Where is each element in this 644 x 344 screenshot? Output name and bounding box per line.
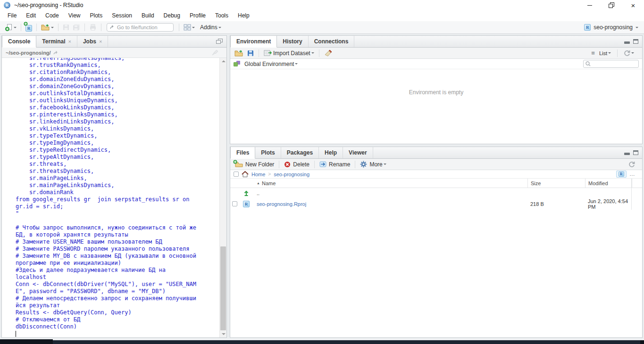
tab-plots[interactable]: Plots xyxy=(255,147,281,158)
workspace: Console Terminal× Jobs× ~/seo-prognosing… xyxy=(0,34,644,344)
new-file-button[interactable] xyxy=(4,23,17,32)
parent-directory-row[interactable]: .. xyxy=(230,188,642,198)
clear-console-icon[interactable] xyxy=(211,49,219,56)
console-line: # Замените USER_NAME вашим пользователем… xyxy=(16,238,219,246)
save-workspace-button[interactable] xyxy=(246,49,255,57)
more-actions-button[interactable]: More xyxy=(359,160,387,168)
view-mode-button[interactable]: List xyxy=(598,50,612,57)
menu-item[interactable]: Profile xyxy=(185,10,210,21)
clear-environment-button[interactable] xyxy=(323,49,333,57)
breadcrumb-current-folder[interactable]: seo-prognosing xyxy=(274,172,309,177)
import-dataset-label: Import Dataset xyxy=(273,50,310,57)
tab-history-label: History xyxy=(283,38,302,45)
tab-viewer[interactable]: Viewer xyxy=(343,147,373,158)
tab-console[interactable]: Console xyxy=(2,36,36,48)
menu-item[interactable]: Tools xyxy=(210,10,233,21)
maximize-pane-icon[interactable] xyxy=(633,150,638,155)
new-folder-button[interactable]: New Folder xyxy=(234,161,275,168)
menu-item[interactable]: Help xyxy=(233,10,254,21)
toolbar-separator xyxy=(84,24,85,31)
print-button[interactable] xyxy=(88,24,98,31)
tab-jobs-close-icon[interactable]: × xyxy=(99,39,102,44)
menu-item[interactable]: Plots xyxy=(85,10,108,21)
parent-directory-label[interactable]: .. xyxy=(254,190,527,196)
save-button[interactable] xyxy=(62,24,70,31)
menu-item[interactable]: File xyxy=(3,10,21,21)
rstudio-window: R ~/seo-prognosing - RStudio × FileEditC… xyxy=(0,0,644,344)
environment-search-input[interactable] xyxy=(593,61,636,67)
tab-terminal-label: Terminal xyxy=(42,38,65,45)
open-folder-icon xyxy=(41,24,50,31)
console-output[interactable]: sr.referringSubnetsDynamics, sr.trustRan… xyxy=(2,58,219,337)
menu-item[interactable]: Build xyxy=(137,10,159,21)
tab-files[interactable]: Files xyxy=(230,147,255,159)
menu-item[interactable]: Edit xyxy=(21,10,41,21)
console-line: sr.typeAltDynamics, xyxy=(16,154,219,161)
tab-jobs[interactable]: Jobs× xyxy=(77,36,108,47)
restore-button[interactable] xyxy=(601,0,622,10)
menu-item[interactable]: Debug xyxy=(159,10,185,21)
maximize-pane-icon[interactable] xyxy=(633,39,638,44)
minimize-icon xyxy=(587,5,592,6)
addins-button[interactable]: Addins xyxy=(199,24,222,31)
delete-file-button[interactable]: Delete xyxy=(283,161,310,168)
menu-item[interactable]: Session xyxy=(107,10,137,21)
breadcrumb-home[interactable]: Home xyxy=(251,172,265,177)
tab-terminal-close-icon[interactable]: × xyxy=(68,39,71,44)
save-all-icon xyxy=(73,24,80,31)
files-table-header: ▲ Name Size Modified xyxy=(230,179,642,188)
pane-layout-caret xyxy=(192,27,195,30)
goto-directory-icon[interactable] xyxy=(53,50,59,55)
console-line: gr.id = sr.id; xyxy=(16,203,219,210)
save-icon xyxy=(63,24,69,31)
file-checkbox[interactable] xyxy=(232,201,237,206)
console-line: sr.linkedinLinksDynamics, xyxy=(16,118,219,125)
goto-file-function-input[interactable] xyxy=(117,25,170,30)
file-row[interactable]: R seo-prognosing.Rproj 218 B Jun 2, 2020… xyxy=(230,198,642,210)
tab-terminal[interactable]: Terminal× xyxy=(36,36,77,47)
console-line: sr.typeImgDynamics, xyxy=(16,139,219,147)
scroll-up-icon[interactable] xyxy=(222,60,226,62)
project-selector[interactable]: R seo-prognosing xyxy=(584,24,640,31)
console-scrollbar[interactable] xyxy=(219,58,226,337)
refresh-files-icon[interactable] xyxy=(628,161,635,167)
file-name-link[interactable]: seo-prognosing.Rproj xyxy=(254,201,527,207)
console-line: sr.trustRankDynamics, xyxy=(16,62,219,69)
column-header-name[interactable]: ▲ Name xyxy=(254,179,527,188)
console-input-line[interactable] xyxy=(16,330,219,337)
minimize-pane-icon[interactable] xyxy=(624,153,630,155)
load-workspace-button[interactable] xyxy=(234,49,244,57)
tab-connections[interactable]: Connections xyxy=(309,36,355,47)
save-all-button[interactable] xyxy=(72,24,81,31)
pane-layout-button[interactable] xyxy=(183,24,196,31)
scroll-down-icon[interactable] xyxy=(222,333,226,335)
column-header-modified[interactable]: Modified xyxy=(585,179,632,188)
maximize-pane-icon[interactable] xyxy=(216,39,223,44)
home-icon[interactable] xyxy=(242,171,249,177)
tab-help[interactable]: Help xyxy=(319,147,343,158)
scrollbar-thumb[interactable] xyxy=(220,246,226,330)
import-dataset-button[interactable]: Import Dataset xyxy=(263,49,315,57)
column-header-size[interactable]: Size xyxy=(527,179,585,188)
menu-item[interactable]: View xyxy=(64,10,85,21)
environment-scope-button[interactable]: Global Environment xyxy=(243,60,299,68)
minimize-button[interactable] xyxy=(579,0,601,10)
tab-packages[interactable]: Packages xyxy=(281,147,319,158)
console-line xyxy=(16,217,219,224)
files-toolbar: New Folder Delete Rename xyxy=(230,159,642,170)
new-project-icon: R xyxy=(25,25,32,32)
new-project-button[interactable]: R xyxy=(25,23,33,32)
tab-history[interactable]: History xyxy=(277,36,308,47)
r-project-badge[interactable]: R xyxy=(616,171,627,178)
minimize-pane-icon[interactable] xyxy=(624,41,630,44)
menu-item[interactable]: Code xyxy=(41,10,64,21)
rename-file-button[interactable]: Rename xyxy=(318,161,351,168)
open-file-button[interactable] xyxy=(40,24,55,31)
refresh-environment-button[interactable] xyxy=(623,49,635,57)
tab-environment[interactable]: Environment xyxy=(230,36,277,48)
console-line: sr.facebookLinksDynamics, xyxy=(16,104,219,111)
more-path-icon[interactable]: ... xyxy=(630,172,635,177)
close-button[interactable]: × xyxy=(622,0,644,10)
select-all-checkbox[interactable] xyxy=(234,172,239,177)
up-directory-icon[interactable] xyxy=(243,190,250,196)
